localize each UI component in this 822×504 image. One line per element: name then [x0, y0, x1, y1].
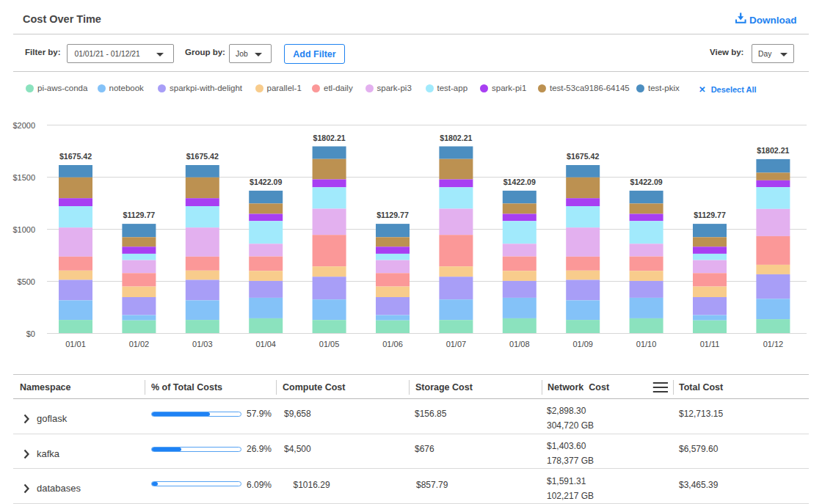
svg-text:$1675.42: $1675.42	[567, 152, 599, 161]
svg-text:01/03: 01/03	[192, 340, 213, 348]
svg-text:01/02: 01/02	[129, 340, 150, 348]
svg-text:01/12: 01/12	[763, 340, 784, 348]
svg-text:$1802.21: $1802.21	[313, 134, 346, 142]
svg-text:01/04: 01/04	[255, 340, 276, 348]
svg-text:01/01: 01/01	[65, 340, 86, 348]
svg-text:01/07: 01/07	[446, 340, 467, 348]
svg-text:$1422.09: $1422.09	[503, 178, 536, 186]
svg-text:$1802.21: $1802.21	[757, 146, 789, 155]
svg-text:01/05: 01/05	[319, 340, 340, 348]
svg-text:$1129.77: $1129.77	[377, 211, 409, 219]
svg-text:$1000: $1000	[12, 225, 35, 234]
svg-text:01/08: 01/08	[509, 340, 530, 348]
svg-text:01/09: 01/09	[572, 340, 593, 348]
svg-text:01/11: 01/11	[700, 340, 720, 348]
svg-text:$1675.42: $1675.42	[186, 152, 219, 161]
svg-text:01/06: 01/06	[382, 340, 403, 348]
svg-text:$1129.77: $1129.77	[123, 211, 156, 219]
svg-text:$500: $500	[18, 277, 35, 286]
svg-text:01/10: 01/10	[636, 340, 657, 348]
svg-text:$1422.09: $1422.09	[630, 178, 663, 186]
svg-text:$1675.42: $1675.42	[59, 152, 92, 161]
svg-text:$2000: $2000	[12, 121, 35, 130]
svg-text:$1802.21: $1802.21	[440, 134, 472, 142]
svg-text:$1129.77: $1129.77	[694, 211, 726, 219]
svg-text:$0: $0	[26, 329, 35, 338]
svg-text:$1422.09: $1422.09	[250, 178, 282, 186]
svg-text:$1500: $1500	[12, 173, 35, 182]
